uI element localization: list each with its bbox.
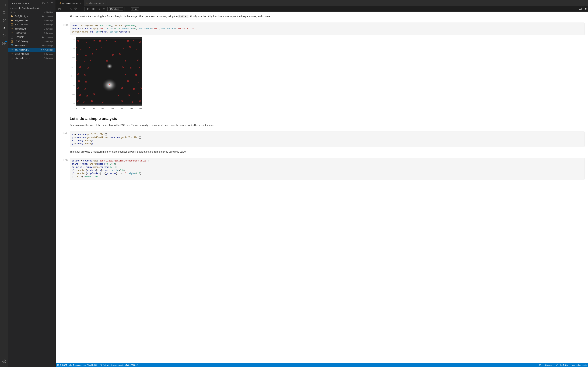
status-branch[interactable]: 4 (57, 364, 61, 366)
save-button[interactable] (57, 7, 62, 11)
activity-bar (0, 0, 9, 367)
copy-cell-button[interactable] (73, 7, 78, 11)
svg-rect-25 (11, 40, 13, 42)
y-axis-250: 250 (71, 84, 75, 86)
status-mode[interactable]: Mode: Command (539, 364, 554, 366)
file-item-cluster[interactable]: cluster.ipynb 5 days ago (9, 27, 55, 31)
git-button[interactable]: git (131, 7, 139, 10)
folder-nav-icon[interactable] (1, 1, 8, 8)
settings-nav-icon[interactable] (1, 358, 8, 365)
tab-close-cluster[interactable]: × (102, 1, 104, 5)
file-modified-star-galaxy: 6 minutes ago (31, 49, 53, 51)
heading-simple-analysis: Let's do a simple analysis (70, 116, 585, 122)
git-nav-icon[interactable] (1, 17, 8, 24)
file-item-star-galaxy[interactable]: star_galaxy.ipynb 6 minutes ago (9, 48, 55, 52)
code-content-5[interactable]: bbox = Box2I(Point2I(1350, 1200), Extent… (70, 23, 585, 35)
y-axis-50: 50 (72, 48, 75, 50)
paste-cell-button[interactable] (78, 7, 84, 11)
upload-btn[interactable] (46, 1, 50, 6)
run-all-button[interactable] (102, 7, 106, 11)
tab-close-star-galaxy[interactable]: × (79, 1, 82, 5)
svg-rect-47 (75, 8, 77, 10)
file-item-readme[interactable]: README.md 4 months ago (9, 43, 55, 48)
lsst-nav-icon[interactable] (1, 25, 8, 32)
search-nav-icon[interactable] (1, 9, 8, 16)
status-recommended[interactable]: Recommended (Weekly 2021_20) (sciplat-la… (73, 364, 138, 366)
svg-point-56 (133, 9, 133, 10)
file-item-aas[interactable]: AAS_2019_tutorial 4 months ago (9, 14, 55, 18)
svg-point-5 (4, 27, 5, 28)
file-item-license[interactable]: LICENSE 4 months ago (9, 35, 55, 39)
svg-rect-48 (81, 8, 82, 8)
folder-icon-aas (10, 15, 14, 18)
desc2-text: First calculate the ratio of the model f… (70, 123, 585, 127)
status-kernel-name[interactable]: star_galaxy.ipynb (572, 364, 587, 366)
cell-body-6[interactable]: x = sources.getPsfInstFlux() y = sources… (70, 131, 585, 147)
cell-label-6: [6]: (63, 132, 68, 135)
x-axis-200: 200 (111, 108, 114, 109)
restart-kernel-button[interactable] (96, 7, 101, 11)
new-folder-btn[interactable] (42, 1, 45, 6)
file-item-2017[interactable]: 2017_tutorial.ipynb 5 days ago (9, 23, 55, 27)
kernel-type-select[interactable]: Markdown (109, 7, 123, 10)
notebook-content[interactable]: First we construct a bounding box for a … (56, 12, 588, 363)
notebook-icon-token (10, 52, 14, 56)
status-idle[interactable]: LSST | Idle (62, 364, 72, 366)
file-item-lsst[interactable]: LSST Catalog Acc... 5 days ago (9, 39, 55, 43)
code-content-7[interactable]: extend = sources.get('base_Classificatio… (70, 158, 585, 180)
svg-rect-31 (11, 49, 13, 51)
file-item-firefly[interactable]: Firefly.ipynb 5 days ago (9, 31, 55, 35)
refresh-btn[interactable] (50, 1, 54, 6)
branch-count: 4 (60, 364, 61, 366)
file-modified-cluster: 5 days ago (31, 28, 53, 30)
file-item-efd[interactable]: efd_examples 5 days ago (9, 18, 55, 23)
svg-point-11 (4, 361, 5, 362)
status-ln-col[interactable]: Ln 1, Col 1 (560, 364, 570, 366)
cell-gutter-fig (59, 36, 70, 110)
notebook-icon-cluster (10, 27, 14, 30)
svg-rect-34 (11, 53, 13, 55)
y-axis-200: 200 (71, 75, 75, 77)
col-modified-header: Last Modified (31, 11, 53, 13)
cell-body-5[interactable]: bbox = Box2I(Point2I(1350, 1200), Extent… (70, 23, 585, 35)
clock-button[interactable] (125, 7, 130, 11)
x-axis-50: 50 (83, 108, 85, 109)
run-nav-icon[interactable] (1, 32, 8, 39)
status-encoding[interactable] (556, 364, 558, 366)
file-item-token[interactable]: token-info.ipynb 5 days ago (9, 52, 55, 56)
cell-body-fig: 0 50 100 150 200 250 300 350 (70, 36, 585, 110)
svg-rect-9 (3, 43, 4, 45)
cell-gutter-desc1 (59, 13, 70, 21)
file-modified-lsst: 5 days ago (31, 40, 53, 42)
tab-cluster[interactable]: cluster.ipynb × (84, 0, 107, 6)
extensions-nav-icon[interactable] (1, 40, 8, 47)
run-cell-button[interactable] (86, 7, 91, 11)
add-cell-button[interactable]: + (64, 7, 68, 11)
file-list-header: Name Last Modified (9, 11, 55, 14)
cell-body-desc2: Let's do a simple analysis First calcula… (70, 111, 585, 130)
x-axis-300: 300 (130, 108, 133, 109)
svg-rect-7 (3, 42, 4, 43)
file-item-wise[interactable]: wise_color_color.i... 5 days ago (9, 56, 55, 60)
x-axis-100: 100 (92, 108, 95, 109)
cell-desc1: First we construct a bounding box for a … (59, 13, 585, 21)
cut-cell-button[interactable] (68, 7, 73, 11)
lsst-badge: LSST (579, 8, 587, 10)
svg-point-69 (106, 63, 113, 69)
cell-label-7: [7]: (63, 159, 68, 161)
stop-kernel-button[interactable] (91, 7, 96, 11)
svg-point-68 (102, 78, 117, 92)
desc3-text: The stack provides a measurement for ext… (70, 150, 585, 154)
status-bar: 4 LSST | Idle Recommended (Weekly 2021_2… (56, 363, 588, 367)
y-axis-300: 300 (71, 94, 75, 96)
recommended-label: Recommended (Weekly 2021_20) (sciplat-la… (73, 364, 138, 366)
file-modified-2017: 5 days ago (31, 24, 53, 26)
cell-body-7[interactable]: extend = sources.get('base_Classificatio… (70, 158, 585, 180)
code-content-6[interactable]: x = sources.getPsfInstFlux() y = sources… (70, 131, 585, 147)
tab-star-galaxy[interactable]: star_galaxy.ipynb × (56, 0, 84, 6)
file-modified-efd: 5 days ago (31, 19, 53, 22)
cell-gutter-7: [7]: (59, 158, 70, 180)
svg-point-4 (3, 21, 4, 22)
svg-marker-49 (87, 8, 89, 10)
tab-icon-star-galaxy (59, 2, 61, 5)
